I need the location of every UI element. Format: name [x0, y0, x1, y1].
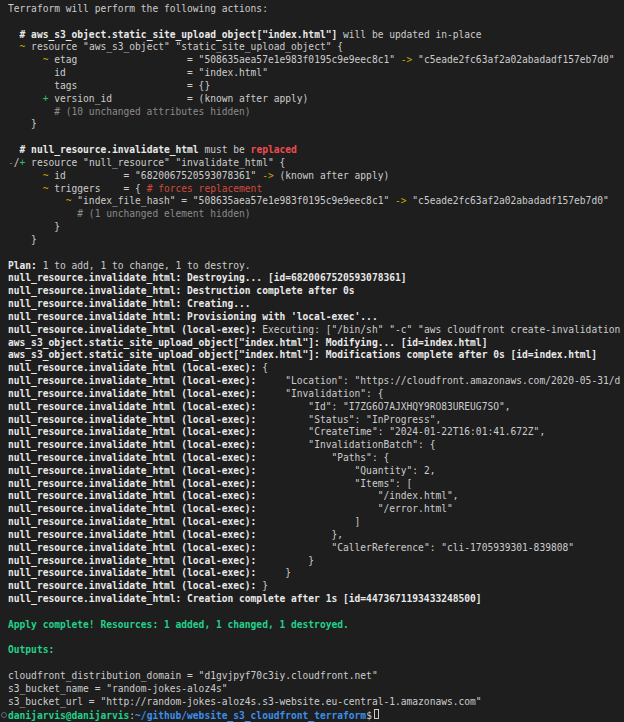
terminal-text: $: [366, 709, 372, 720]
terminal-line: null_resource.invalidate_html (local-exe…: [8, 465, 624, 478]
terminal-line: ~ id = "6820067520593078361" -> (known a…: [8, 170, 624, 183]
terminal-text: null_resource.invalidate_html (local-exe…: [8, 452, 256, 463]
terminal-text: "Location": "https://cloudfront.amazonaw…: [256, 375, 620, 386]
terminal-text: null_resource.invalidate_html (local-exe…: [8, 414, 256, 425]
terminal-text: # forces replacement: [147, 183, 263, 194]
terminal-text: null_resource.invalidate_html (local-exe…: [8, 324, 256, 335]
terminal-text: null_resource.invalidate_html (local-exe…: [8, 362, 256, 373]
terminal-text: will be updated in-place: [337, 29, 481, 40]
terminal-line: ~ resource "aws_s3_object" "static_site_…: [8, 41, 624, 54]
terminal-text: null_resource.invalidate_html: Creating.…: [8, 298, 251, 309]
terminal-text: # null_resource.invalidate_html: [20, 144, 199, 155]
terminal-text: }: [256, 555, 314, 566]
terminal-line: -/+ resource "null_resource" "invalidate…: [8, 157, 624, 170]
terminal-output[interactable]: Terraform will perform the following act…: [0, 0, 624, 722]
terminal-text: ->: [395, 54, 412, 65]
terminal-text: null_resource.invalidate_html: Provision…: [8, 311, 378, 322]
terminal-text: [8, 93, 43, 104]
terminal-text: Plan:: [8, 260, 37, 271]
terminal-text: version_id = (known after apply): [48, 93, 308, 104]
terminal-line: [8, 632, 624, 645]
terminal-line: }: [8, 234, 624, 247]
terminal-line: # (1 unchanged element hidden): [8, 208, 624, 221]
terminal-text: null_resource.invalidate_html (local-exe…: [8, 503, 256, 514]
terminal-line: Plan: 1 to add, 1 to change, 1 to destro…: [8, 260, 624, 273]
terminal-cursor[interactable]: [374, 709, 380, 720]
terminal-text: "Paths": {: [256, 452, 389, 463]
terminal-text: ->: [256, 170, 273, 181]
terminal-text: null_resource.invalidate_html: Creation …: [8, 593, 482, 604]
terminal-text: Executing: ["/bin/sh" "-c" "aws cloudfro…: [256, 324, 620, 335]
terminal-text: }: [256, 580, 268, 591]
terminal-text: null_resource.invalidate_html (local-exe…: [8, 465, 256, 476]
terminal-text: "c5eade2fc63af2a02abadadf157eb7d0": [407, 195, 609, 206]
terminal-line: # (10 unchanged attributes hidden): [8, 106, 624, 119]
terminal-text: }: [8, 234, 37, 245]
terminal-line: null_resource.invalidate_html (local-exe…: [8, 478, 624, 491]
terminal-text: null_resource.invalidate_html (local-exe…: [8, 555, 256, 566]
terminal-text: s3_bucket_url = "http://random-jokes-alo…: [8, 696, 482, 707]
terminal-text: Outputs:: [8, 644, 54, 655]
terminal-text: },: [256, 529, 343, 540]
terminal-line: null_resource.invalidate_html (local-exe…: [8, 529, 624, 542]
terminal-text: ]: [256, 516, 360, 527]
terminal-text: "/index.html",: [256, 490, 458, 501]
terminal-line: # aws_s3_object.static_site_upload_objec…: [8, 29, 624, 42]
terminal-text: ->: [389, 195, 406, 206]
terminal-line: null_resource.invalidate_html (local-exe…: [8, 426, 624, 439]
terminal-text: # (1 unchanged element hidden): [8, 208, 251, 219]
terminal-text: [8, 195, 66, 206]
terminal-line: [8, 657, 624, 670]
terminal-text: etag = "508635aea57e1e983f0195c9e9eec8c1…: [48, 54, 395, 65]
terminal-text: null_resource.invalidate_html (local-exe…: [8, 542, 256, 553]
terminal-text: cloudfront_distribution_domain = "d1gvjp…: [8, 670, 378, 681]
command-decoration-icon: [1, 712, 7, 718]
terminal-line: + version_id = (known after apply): [8, 93, 624, 106]
terminal-text: danijarvis@danijarvis: [8, 709, 129, 720]
terminal-text: }: [8, 118, 37, 129]
terminal-text: null_resource.invalidate_html (local-exe…: [8, 375, 256, 386]
terminal-line: null_resource.invalidate_html (local-exe…: [8, 375, 624, 388]
terminal-text: null_resource.invalidate_html (local-exe…: [8, 439, 256, 450]
terminal-line: s3_bucket_name = "random-jokes-aloz4s": [8, 683, 624, 696]
terminal-text: replaced: [251, 144, 297, 155]
terminal-line: id = "index.html": [8, 67, 624, 80]
terminal-text: [8, 170, 43, 181]
shell-prompt-line: danijarvis@danijarvis:~/github/website_s…: [8, 709, 624, 722]
terminal-line: s3_bucket_url = "http://random-jokes-alo…: [8, 696, 624, 709]
terminal-text: id = "index.html": [8, 67, 268, 78]
terminal-text: [8, 29, 20, 40]
terminal-text: null_resource.invalidate_html: Destroyin…: [8, 272, 407, 283]
terminal-line: null_resource.invalidate_html (local-exe…: [8, 324, 624, 337]
terminal-text: null_resource.invalidate_html (local-exe…: [8, 426, 256, 437]
terminal-text: null_resource.invalidate_html (local-exe…: [8, 388, 256, 399]
terminal-text: "Status": "InProgress",: [256, 414, 441, 425]
terminal-line: null_resource.invalidate_html: Destroyin…: [8, 272, 624, 285]
terminal-line: null_resource.invalidate_html (local-exe…: [8, 439, 624, 452]
terminal-line: [8, 247, 624, 260]
terminal-text: "Quantity": 2,: [256, 465, 435, 476]
terminal-text: aws_s3_object.static_site_upload_object[…: [8, 349, 597, 360]
terminal-text: must be: [199, 144, 251, 155]
terminal-text: resource "aws_s3_object" "static_site_up…: [25, 41, 343, 52]
terminal-line: aws_s3_object.static_site_upload_object[…: [8, 349, 624, 362]
terminal-line: null_resource.invalidate_html: Creation …: [8, 593, 624, 606]
terminal-text: "CallerReference": "cli-1705939301-83980…: [256, 542, 574, 553]
terminal-text: null_resource.invalidate_html: Destructi…: [8, 285, 355, 296]
terminal-text: [8, 144, 20, 155]
terminal-line: aws_s3_object.static_site_upload_object[…: [8, 337, 624, 350]
terminal-line: }: [8, 221, 624, 234]
terminal-text: "CreateTime": "2024-01-22T16:01:41.672Z"…: [256, 426, 545, 437]
terminal-line: null_resource.invalidate_html: Destructi…: [8, 285, 624, 298]
terminal-line: ~ etag = "508635aea57e1e983f0195c9e9eec8…: [8, 54, 624, 67]
terminal-line: null_resource.invalidate_html (local-exe…: [8, 452, 624, 465]
terminal-line: ~ triggers = { # forces replacement: [8, 183, 624, 196]
terminal-text: resource "null_resource" "invalidate_htm…: [25, 157, 285, 168]
terminal-line: Terraform will perform the following act…: [8, 3, 624, 16]
terminal-line: null_resource.invalidate_html (local-exe…: [8, 414, 624, 427]
terminal-text: "InvalidationBatch": {: [256, 439, 435, 450]
terminal-text: # (10 unchanged attributes hidden): [8, 106, 251, 117]
terminal-text: s3_bucket_name = "random-jokes-aloz4s": [8, 683, 228, 694]
terminal-line: [8, 131, 624, 144]
terminal-text: [8, 54, 43, 65]
